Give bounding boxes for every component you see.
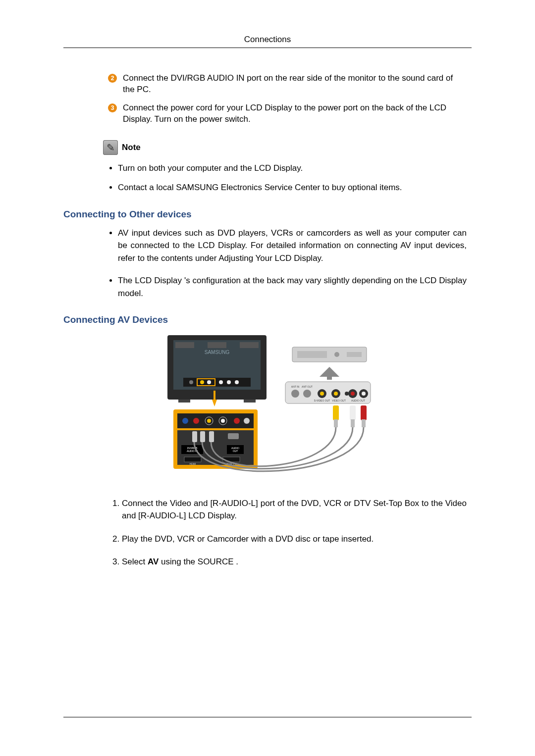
svg-point-59: [351, 392, 355, 396]
svg-rect-67: [350, 405, 356, 420]
svg-point-24: [221, 419, 225, 423]
heading-av-devices: Connecting AV Devices: [63, 314, 472, 325]
step-3: 3 Connect the power cord for your LCD Di…: [108, 102, 466, 125]
av-step-3-post: using the SOURCE .: [159, 557, 238, 566]
other-devices-bullets: AV input devices such as DVD players, VC…: [63, 227, 472, 300]
step-2-badge: 2: [108, 74, 117, 83]
other-item-1: AV input devices such as DVD players, VC…: [118, 227, 472, 265]
svg-point-25: [234, 418, 240, 424]
svg-rect-14: [244, 400, 256, 403]
svg-point-44: [334, 352, 339, 357]
svg-point-52: [303, 390, 311, 398]
svg-rect-28: [192, 431, 197, 442]
svg-point-56: [334, 392, 338, 396]
svg-point-12: [235, 380, 239, 384]
svg-point-51: [291, 390, 299, 398]
svg-text:ANT IN: ANT IN: [291, 385, 300, 388]
svg-rect-30: [209, 431, 214, 442]
svg-point-57: [345, 392, 349, 396]
av-connection-diagram: SAMSUNG: [63, 332, 472, 486]
av-step-2: Play the DVD, VCR or Camcorder with a DV…: [122, 533, 472, 546]
svg-rect-68: [351, 419, 355, 427]
svg-rect-18: [177, 413, 254, 428]
bottom-rule: [63, 717, 472, 717]
svg-text:S-VIDEO OUT: S-VIDEO OUT: [314, 399, 330, 402]
svg-text:AUDIO OUT: AUDIO OUT: [351, 399, 365, 402]
svg-point-11: [227, 380, 231, 384]
svg-rect-16: [214, 391, 215, 400]
svg-rect-69: [361, 405, 367, 420]
svg-rect-47: [327, 376, 332, 380]
svg-rect-2: [175, 342, 194, 348]
note-label: Note: [122, 143, 141, 152]
pencil-note-icon: [103, 140, 118, 155]
svg-rect-66: [334, 419, 338, 427]
svg-rect-70: [362, 419, 366, 427]
svg-marker-46: [320, 367, 339, 377]
svg-marker-15: [212, 400, 217, 406]
svg-point-61: [362, 392, 366, 396]
svg-rect-4: [240, 342, 259, 348]
other-item-2: The LCD Display 's configuration at the …: [118, 274, 472, 300]
av-steps: Connect the Video and [R-AUDIO-L] port o…: [63, 498, 472, 568]
svg-point-22: [207, 419, 211, 423]
svg-rect-3: [208, 342, 226, 348]
svg-point-54: [320, 392, 324, 396]
step-3-text: Connect the power cord for your LCD Disp…: [123, 102, 466, 125]
svg-rect-39: [223, 457, 240, 462]
step-3-badge: 3: [108, 103, 117, 112]
top-rule: [63, 48, 472, 48]
svg-rect-31: [228, 433, 239, 439]
note-block: Note: [103, 140, 472, 155]
svg-text:HDMI: HDMI: [190, 462, 196, 465]
svg-rect-45: [347, 352, 362, 357]
diagram-monitor-brand: SAMSUNG: [205, 350, 230, 355]
av-step-3-bold: AV: [148, 557, 159, 566]
svg-rect-13: [178, 400, 190, 403]
svg-point-8: [200, 380, 204, 384]
svg-rect-43: [297, 351, 327, 358]
connection-diagram-svg: SAMSUNG: [163, 332, 372, 486]
note-bullets: Turn on both your computer and the LCD D…: [63, 162, 472, 194]
page-header: Connections: [63, 35, 472, 45]
note-item-2: Contact a local SAMSUNG Electronics Serv…: [118, 181, 472, 194]
svg-text:VIDEO OUT: VIDEO OUT: [332, 399, 346, 402]
svg-point-9: [207, 380, 211, 384]
svg-point-19: [182, 418, 188, 424]
svg-point-20: [193, 418, 199, 424]
av-step-3-pre: Select: [122, 557, 148, 566]
svg-rect-29: [200, 431, 205, 442]
note-item-1: Turn on both your computer and the LCD D…: [118, 162, 472, 175]
heading-other-devices: Connecting to Other devices: [63, 209, 472, 220]
step-2-text: Connect the DVI/RGB AUDIO IN port on the…: [123, 73, 466, 96]
svg-rect-38: [184, 457, 201, 462]
step-list: 2 Connect the DVI/RGB AUDIO IN port on t…: [108, 73, 466, 125]
svg-point-26: [244, 418, 250, 424]
step-2: 2 Connect the DVI/RGB AUDIO IN port on t…: [108, 73, 466, 96]
svg-text:OUT: OUT: [233, 450, 238, 453]
av-step-3: Select AV using the SOURCE .: [122, 556, 472, 568]
svg-text:ANT OUT: ANT OUT: [302, 385, 313, 388]
av-step-1: Connect the Video and [R-AUDIO-L] port o…: [122, 498, 472, 522]
svg-point-7: [189, 380, 193, 384]
svg-point-10: [219, 380, 223, 384]
svg-rect-5: [183, 378, 251, 387]
svg-rect-65: [333, 405, 339, 420]
